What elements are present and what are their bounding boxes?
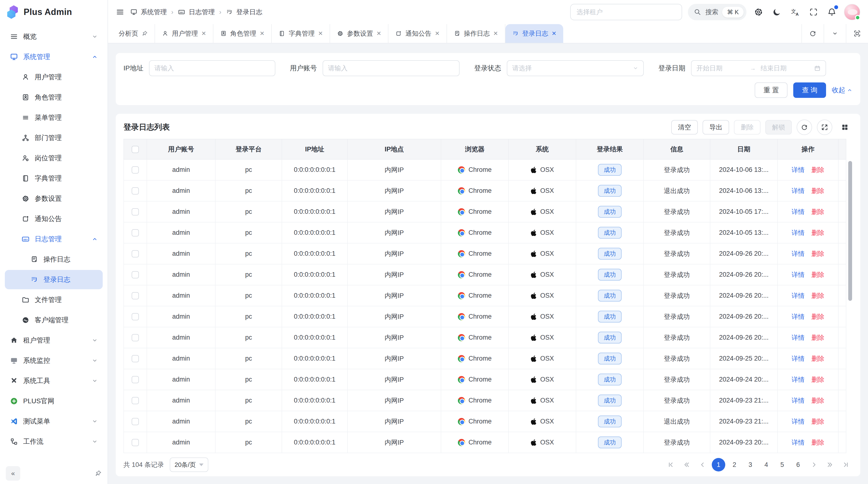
delete-button[interactable]: 删除 (734, 120, 761, 134)
tab-loginlog[interactable]: 登录日志 ✕ (505, 24, 563, 43)
detail-link[interactable]: 详情 (792, 438, 805, 447)
sidebar-item-dict[interactable]: 字典管理 (5, 169, 103, 188)
row-checkbox[interactable] (132, 250, 139, 257)
delete-link[interactable]: 删除 (811, 291, 824, 300)
close-icon[interactable]: ✕ (376, 30, 381, 37)
detail-link[interactable]: 详情 (792, 291, 805, 300)
last-page-button[interactable] (839, 458, 852, 472)
chevron-down-icon[interactable] (824, 24, 846, 43)
row-checkbox[interactable] (132, 208, 139, 216)
fast-backward-button[interactable] (680, 458, 693, 472)
close-icon[interactable]: ✕ (493, 30, 498, 37)
detail-link[interactable]: 详情 (792, 354, 805, 363)
tab-notice[interactable]: 通知公告 ✕ (389, 24, 447, 43)
dark-mode-moon-icon[interactable] (771, 6, 783, 18)
sidebar-item-tools[interactable]: 系统工具 (5, 371, 103, 390)
breadcrumb-item[interactable]: 日志管理 (189, 8, 215, 17)
breadcrumb-item[interactable]: 系统管理 (141, 8, 167, 17)
sidebar-item-test[interactable]: 测试菜单 (5, 412, 103, 431)
close-icon[interactable]: ✕ (318, 30, 323, 37)
sidebar-item-oplog[interactable]: 操作日志 (5, 250, 103, 269)
sidebar-item-loginlog[interactable]: 登录日志 (5, 270, 103, 289)
delete-link[interactable]: 删除 (811, 312, 824, 321)
hamburger-menu-icon[interactable] (116, 8, 124, 17)
delete-link[interactable]: 删除 (811, 375, 824, 384)
delete-link[interactable]: 删除 (811, 207, 824, 216)
delete-link[interactable]: 删除 (811, 187, 824, 195)
table-fullscreen-icon[interactable] (817, 120, 832, 135)
row-checkbox[interactable] (132, 355, 139, 362)
sidebar-item-overview[interactable]: 概览 (5, 27, 103, 46)
sidebar-item-user[interactable]: 用户管理 (5, 67, 103, 87)
clear-button[interactable]: 清空 (671, 120, 698, 134)
fullscreen-icon[interactable] (807, 6, 820, 18)
delete-link[interactable]: 删除 (811, 438, 824, 447)
page-button-3[interactable]: 3 (744, 458, 757, 472)
close-icon[interactable]: ✕ (552, 30, 557, 37)
status-select[interactable]: 请选择 (507, 60, 644, 76)
tab-role[interactable]: 角色管理 ✕ (213, 24, 272, 43)
sidebar-item-dept[interactable]: 部门管理 (5, 128, 103, 148)
row-checkbox[interactable] (132, 271, 139, 279)
page-button-2[interactable]: 2 (728, 458, 741, 472)
content-fullscreen-icon[interactable] (846, 24, 868, 43)
sidebar-item-log[interactable]: DEV 日志管理 (5, 229, 103, 249)
row-checkbox[interactable] (132, 166, 139, 173)
row-checkbox[interactable] (132, 439, 139, 446)
date-range-picker[interactable]: 开始日期 → 结束日期 (691, 60, 826, 76)
reset-button[interactable]: 重 置 (755, 83, 787, 98)
tab-user[interactable]: 用户管理 ✕ (155, 24, 213, 43)
settings-gear-icon[interactable] (752, 6, 765, 18)
tab-param[interactable]: 参数设置 ✕ (330, 24, 389, 43)
sidebar-item-role[interactable]: 角色管理 (5, 88, 103, 107)
sidebar-item-file[interactable]: 文件管理 (5, 290, 103, 310)
detail-link[interactable]: 详情 (792, 250, 805, 258)
detail-link[interactable]: 详情 (792, 333, 805, 342)
sidebar-item-client[interactable]: 客户端管理 (5, 311, 103, 330)
account-input[interactable] (322, 60, 460, 76)
fast-forward-button[interactable] (823, 458, 837, 472)
scrollbar-thumb[interactable] (848, 161, 852, 301)
row-checkbox[interactable] (132, 292, 139, 299)
sidebar-item-param[interactable]: 参数设置 (5, 189, 103, 208)
tenant-select-input[interactable] (570, 4, 682, 20)
prev-page-button[interactable] (696, 458, 709, 472)
page-size-select[interactable]: 20条/页 (170, 457, 208, 472)
sidebar-item-workflow[interactable]: 工作流 (5, 432, 103, 451)
pin-sidebar-icon[interactable] (94, 470, 102, 477)
detail-link[interactable]: 详情 (792, 187, 805, 195)
page-button-4[interactable]: 4 (760, 458, 773, 472)
row-checkbox[interactable] (132, 418, 139, 425)
ip-input[interactable] (149, 60, 275, 76)
row-checkbox[interactable] (132, 397, 139, 404)
detail-link[interactable]: 详情 (792, 375, 805, 384)
refresh-icon[interactable] (802, 24, 824, 43)
detail-link[interactable]: 详情 (792, 417, 805, 426)
pin-icon[interactable] (142, 30, 148, 37)
page-button-5[interactable]: 5 (775, 458, 789, 472)
delete-link[interactable]: 删除 (811, 354, 824, 363)
row-checkbox[interactable] (132, 376, 139, 383)
delete-link[interactable]: 删除 (811, 166, 824, 174)
row-checkbox[interactable] (132, 229, 139, 236)
delete-link[interactable]: 删除 (811, 270, 824, 279)
page-button-6[interactable]: 6 (791, 458, 805, 472)
refresh-icon[interactable] (797, 120, 812, 135)
delete-link[interactable]: 删除 (811, 228, 824, 237)
close-icon[interactable]: ✕ (201, 30, 206, 37)
sidebar-item-tenant[interactable]: 租户管理 (5, 331, 103, 350)
collapse-filter-link[interactable]: 收起 (832, 86, 852, 95)
sidebar-item-notice[interactable]: 通知公告 (5, 209, 103, 228)
detail-link[interactable]: 详情 (792, 207, 805, 216)
next-page-button[interactable] (807, 458, 821, 472)
delete-link[interactable]: 删除 (811, 396, 824, 405)
detail-link[interactable]: 详情 (792, 228, 805, 237)
tab-dict[interactable]: 字典管理 ✕ (272, 24, 330, 43)
sidebar-item-menu[interactable]: 菜单管理 (5, 108, 103, 127)
unlock-button[interactable]: 解锁 (765, 120, 792, 134)
select-all-checkbox[interactable] (132, 146, 139, 153)
delete-link[interactable]: 删除 (811, 333, 824, 342)
delete-link[interactable]: 删除 (811, 250, 824, 258)
query-button[interactable]: 查 询 (793, 83, 826, 98)
notifications-bell-icon[interactable] (826, 6, 838, 18)
